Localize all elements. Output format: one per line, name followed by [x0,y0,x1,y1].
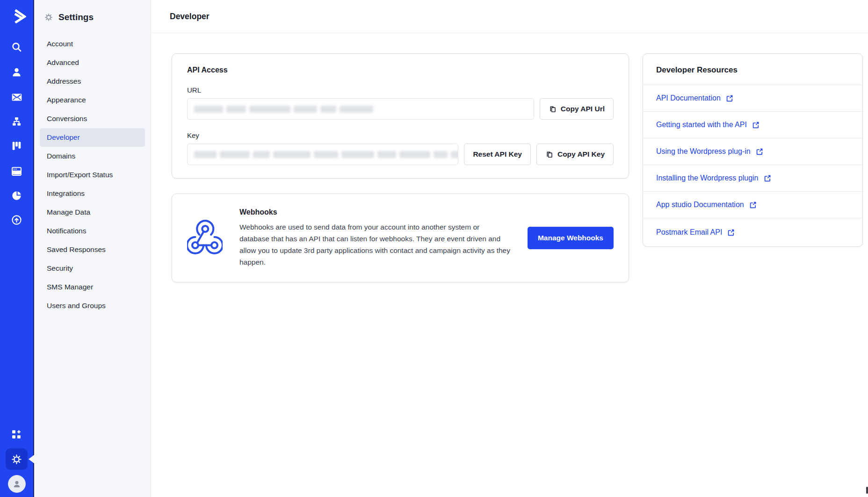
sidebar-item-manage-data[interactable]: Manage Data [40,203,145,222]
sidebar-item-label: Notifications [47,227,86,235]
reset-api-key-button[interactable]: Reset API Key [464,144,531,165]
sidebar-item-integrations[interactable]: Integrations [40,184,145,203]
sidebar-item-label: Manage Data [47,208,90,216]
resource-row-api-documentation[interactable]: API Documentation [643,85,862,112]
sidebar-nav: AccountAdvancedAddressesAppearanceConver… [34,22,151,315]
sidebar-item-developer[interactable]: Developer [40,128,145,147]
sidebar-item-label: SMS Manager [47,283,93,291]
reports-pie-icon[interactable] [0,190,33,202]
main-area: Developer API Access URL [152,0,868,497]
resource-link-postmark-email-api[interactable]: Postmark Email API [656,228,735,237]
sidebar-item-notifications[interactable]: Notifications [40,222,145,240]
user-avatar[interactable] [8,475,26,493]
resource-link-label: API Documentation [656,94,721,102]
webhooks-card: Webhooks Webhooks are used to send data … [172,194,629,282]
resource-link-app-studio-documentation[interactable]: App studio Documentation [656,201,757,209]
resource-link-api-documentation[interactable]: API Documentation [656,94,733,102]
webhooks-title: Webhooks [239,208,511,216]
resource-row-getting-started-with-the-api[interactable]: Getting started with the API [643,112,862,138]
copy-icon [545,151,553,158]
manage-webhooks-button[interactable]: Manage Webhooks [528,227,614,249]
icon-rail [0,0,34,497]
left-column: API Access URL [172,53,629,282]
page-header: Developer [152,0,868,33]
external-link-icon [756,148,763,155]
copy-api-url-button[interactable]: Copy API Url [540,98,614,120]
app-window: Settings AccountAdvancedAddressesAppeara… [0,0,868,497]
sidebar-item-label: Account [47,40,73,48]
sidebar-item-label: Security [47,264,73,273]
resource-link-using-the-wordpress-plug-in[interactable]: Using the Wordpress plug-in [656,147,763,156]
sidebar-item-account[interactable]: Account [40,35,145,53]
resource-link-label: Using the Wordpress plug-in [656,147,751,156]
resource-link-label: Postmark Email API [656,228,722,237]
sidebar-item-addresses[interactable]: Addresses [40,72,145,91]
sidebar-item-sms-manager[interactable]: SMS Manager [40,278,145,296]
active-section-notch [29,455,34,463]
resource-row-installing-the-wordpress-plugin[interactable]: Installing the Wordpress plugin [643,165,862,192]
sidebar-item-label: Users and Groups [47,302,106,310]
apps-add-icon[interactable] [0,429,33,440]
sidebar-title: Settings [58,12,94,22]
external-link-icon [749,201,757,209]
sidebar-item-saved-responses[interactable]: Saved Responses [40,240,145,259]
automations-sitemap-icon[interactable] [0,116,33,128]
page-title: Developer [170,12,210,22]
external-link-icon [727,229,735,236]
resource-row-postmark-email-api[interactable]: Postmark Email API [643,218,862,246]
sidebar-header: Settings [34,0,151,22]
webhook-icon [187,218,223,258]
scrollbar-thumb[interactable] [866,487,868,494]
gear-icon [44,13,53,22]
sidebar-item-advanced[interactable]: Advanced [40,53,145,72]
resource-link-getting-started-with-the-api[interactable]: Getting started with the API [656,121,760,129]
content: API Access URL [152,33,868,282]
resource-link-label: Getting started with the API [656,121,747,129]
resources-title: Developer Resources [643,54,862,85]
sidebar-item-label: Integrations [47,189,85,198]
resources-list: API Documentation Getting started with t… [643,85,862,246]
external-link-icon [752,121,760,129]
contacts-icon[interactable] [0,66,33,78]
campaigns-envelope-icon[interactable] [0,91,33,103]
sidebar-item-appearance[interactable]: Appearance [40,91,145,109]
external-link-icon [764,174,771,182]
api-key-input[interactable] [187,144,458,165]
key-row: Reset API Key Copy API Key [187,144,614,165]
developer-resources-card: Developer Resources API Documentation Ge… [643,53,863,247]
resource-row-using-the-wordpress-plug-in[interactable]: Using the Wordpress plug-in [643,138,862,165]
sidebar-item-label: Appearance [47,96,86,104]
sidebar-item-users-and-groups[interactable]: Users and Groups [40,296,145,315]
resource-link-installing-the-wordpress-plugin[interactable]: Installing the Wordpress plugin [656,174,771,182]
sidebar-item-conversions[interactable]: Conversions [40,109,145,128]
external-link-icon [726,94,733,102]
copy-api-key-button[interactable]: Copy API Key [536,144,614,165]
api-url-input[interactable] [187,98,534,120]
key-label: Key [187,131,614,139]
sidebar-item-label: Conversions [47,115,87,123]
deals-kanban-icon[interactable] [0,140,33,152]
sidebar-item-label: Domains [47,152,75,160]
sidebar-item-label: Developer [47,133,80,142]
url-label: URL [187,86,614,94]
sidebar-item-import-export-status[interactable]: Import/Export Status [40,166,145,184]
settings-gear-active-tile[interactable] [6,448,28,470]
settings-sidebar: Settings AccountAdvancedAddressesAppeara… [34,0,151,497]
settings-gear-icon [11,454,22,465]
copy-icon [549,105,557,113]
resource-link-label: Installing the Wordpress plugin [656,174,759,182]
site-window-icon[interactable] [0,166,33,177]
sidebar-item-security[interactable]: Security [40,259,145,278]
resource-row-app-studio-documentation[interactable]: App studio Documentation [643,192,862,218]
webhooks-description: Webhooks are used to send data from your… [239,221,511,268]
person-icon [12,479,22,489]
search-icon[interactable] [0,41,33,53]
resource-link-label: App studio Documentation [656,201,744,209]
sidebar-item-label: Import/Export Status [47,171,113,179]
sidebar-item-domains[interactable]: Domains [40,147,145,166]
webhook-text: Webhooks Webhooks are used to send data … [239,208,511,268]
upgrade-arrow-circle-icon[interactable] [0,214,33,226]
api-access-title: API Access [187,66,614,74]
api-access-card: API Access URL [172,53,629,179]
activecampaign-logo[interactable] [0,5,33,23]
